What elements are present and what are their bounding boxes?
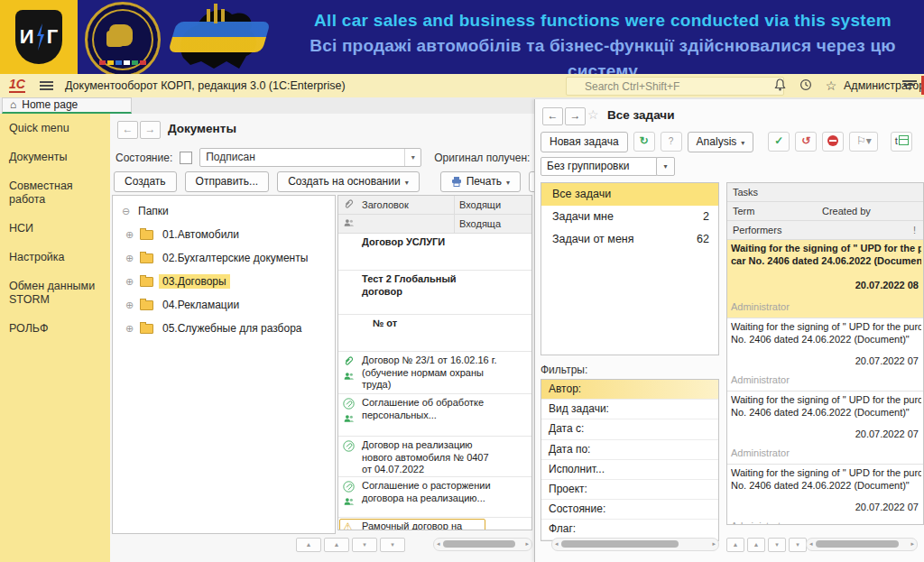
sidebar-item-rolf[interactable]: РОЛЬФ — [0, 314, 110, 343]
sidebar-item-documents[interactable]: Документы — [0, 143, 110, 171]
scroll-top-button[interactable]: ▲ — [726, 538, 744, 552]
list-header-row-1[interactable]: Заголовок Входящи — [338, 196, 531, 215]
scroll-right-icon[interactable]: ▸ — [910, 539, 914, 549]
scroll-left-icon[interactable]: ◂ — [555, 539, 559, 549]
tree-folder-contracts[interactable]: ⊕ 03.Договоры — [113, 270, 335, 293]
paperclip-badge-icon — [343, 398, 355, 410]
tab-home-page[interactable]: ⌂Home page — [2, 97, 132, 114]
filter-task-type[interactable]: Вид задачи: — [541, 400, 718, 419]
favorite-star-icon[interactable]: ☆ — [587, 107, 599, 122]
document-row[interactable]: Договор № 23/1 от 16.02.16 г. (обучение … — [338, 352, 531, 394]
document-row[interactable]: Договор на реализацию нового автомобиля … — [338, 437, 531, 477]
sidebar-item-quick-menu[interactable]: Quick menu — [0, 114, 110, 143]
document-row[interactable]: Договор УСЛУГИ — [338, 234, 531, 271]
scroll-down-button[interactable]: ▾ — [768, 538, 786, 552]
scroll-left-icon[interactable]: ◂ — [437, 539, 440, 549]
collapse-icon[interactable]: ⊖ — [122, 206, 134, 217]
shield-letter-left: И — [20, 25, 34, 49]
filter-author[interactable]: Автор: — [541, 380, 718, 400]
state-checkbox[interactable] — [180, 152, 192, 164]
search-input[interactable] — [566, 77, 784, 96]
document-row[interactable]: № от — [338, 315, 531, 352]
tree-folder-claims[interactable]: ⊕ 04.Рекламации — [113, 293, 335, 317]
scroll-bottom-button[interactable]: ▾ — [789, 538, 807, 552]
expand-icon[interactable]: ⊕ — [125, 276, 138, 288]
column-incoming-date[interactable]: Входяща — [454, 215, 501, 233]
flag-button[interactable]: ⚐▾ — [849, 132, 878, 152]
filters-hscrollbar[interactable]: ◂ ▸ — [551, 538, 719, 551]
create-button[interactable]: Создать — [114, 171, 177, 192]
new-task-button[interactable]: Новая задача — [541, 132, 628, 152]
tree-folder-accounting[interactable]: ⊕ 02.Бухгалтерские документы — [113, 246, 335, 270]
column-created-by[interactable]: Created by — [822, 202, 871, 220]
favorites-star-icon[interactable]: ☆ — [823, 78, 839, 93]
filter-performer[interactable]: Исполнит... — [541, 460, 718, 480]
forward-button[interactable]: → — [565, 107, 586, 125]
task-item[interactable]: Waiting for the signing of " UPD for the… — [727, 392, 923, 465]
sidebar-item-collaboration[interactable]: Совместная работа — [0, 171, 110, 214]
refresh-button[interactable]: ↻ — [633, 132, 655, 152]
state-dropdown-icon[interactable]: ▾ — [404, 149, 420, 166]
back-button[interactable]: ← — [117, 121, 138, 139]
document-row[interactable]: Соглашение об обработке персональных... — [338, 394, 531, 437]
group-tasks-from-me[interactable]: Задачи от меня 62 — [541, 228, 718, 251]
accept-button[interactable]: ✓ — [768, 132, 790, 152]
tree-folder-service[interactable]: ⊕ 05.Служебные для разбора — [113, 317, 335, 340]
column-title[interactable]: Заголовок — [362, 196, 409, 214]
filter-date-to[interactable]: Дата по: — [541, 440, 718, 460]
document-row[interactable]: Тест 2 Глобальный договор — [338, 271, 531, 315]
document-row-selected[interactable]: ⚠ Рамочный договор на реализацию нового … — [338, 518, 531, 530]
column-term[interactable]: Term — [733, 202, 754, 220]
task-item[interactable]: Waiting for the signing of " UPD for the… — [727, 318, 923, 392]
main-menu-icon[interactable] — [40, 81, 53, 91]
task-item[interactable]: Waiting for the signing of " UPD for the… — [727, 465, 923, 525]
analysis-button[interactable]: Analysis▾ — [688, 132, 754, 152]
send-button[interactable]: Отправить... — [185, 171, 270, 192]
list-settings-button[interactable]: t — [891, 132, 912, 152]
grouping-combobox[interactable]: Без группировки — [541, 157, 658, 176]
service-menu-icon[interactable] — [902, 80, 917, 92]
documents-hscrollbar[interactable]: ◂ ▸ — [433, 538, 532, 551]
sidebar-item-storm-exchange[interactable]: Обмен данными STORM — [0, 272, 110, 314]
back-button[interactable]: ← — [542, 107, 563, 125]
filter-date-from[interactable]: Дата с: — [541, 419, 718, 439]
tasks-hscrollbar[interactable]: ◂ ▸ — [806, 538, 918, 551]
tasks-grid-columns[interactable]: Term Created by — [727, 202, 923, 221]
scroll-up-button[interactable]: ▲ — [324, 538, 349, 552]
scroll-left-icon[interactable]: ◂ — [809, 539, 813, 549]
print-button[interactable]: Печать▾ — [440, 171, 521, 192]
scroll-down-button[interactable]: ▾ — [352, 538, 377, 552]
stop-button[interactable] — [822, 132, 844, 152]
tree-root-folders[interactable]: ⊖ Папки — [113, 199, 335, 223]
scroll-up-button[interactable]: ▲ — [747, 538, 765, 552]
tree-folder-cars[interactable]: ⊕ 01.Автомобили — [113, 223, 335, 246]
help-button[interactable]: ? — [661, 132, 682, 152]
expand-icon[interactable]: ⊕ — [125, 253, 138, 264]
tasks-grid-performers-row[interactable]: Performers ! — [727, 221, 923, 240]
scroll-bottom-button[interactable]: ▾ — [380, 538, 405, 552]
group-all-tasks[interactable]: Все задачи — [541, 183, 718, 206]
expand-icon[interactable]: ⊕ — [125, 323, 138, 335]
notifications-bell-icon[interactable] — [772, 78, 788, 93]
grouping-dropdown-button[interactable]: ▾ — [656, 157, 675, 176]
scroll-right-icon[interactable]: ▸ — [525, 539, 529, 549]
history-icon[interactable] — [798, 78, 814, 93]
group-tasks-to-me[interactable]: Задачи мне 2 — [541, 206, 718, 228]
document-row[interactable]: Соглашение о расторжении договора на реа… — [338, 477, 531, 518]
forward-button[interactable]: → — [140, 121, 161, 139]
column-performers[interactable]: Performers — [733, 221, 781, 239]
filter-project[interactable]: Проект: — [541, 480, 718, 500]
scroll-right-icon[interactable]: ▸ — [712, 539, 716, 549]
expand-icon[interactable]: ⊕ — [125, 299, 138, 311]
expand-icon[interactable]: ⊕ — [125, 229, 138, 241]
sidebar-item-nsi[interactable]: НСИ — [0, 214, 110, 243]
create-based-on-button[interactable]: Создать на основании▾ — [277, 171, 420, 192]
filter-state[interactable]: Состояние: — [541, 500, 718, 520]
sidebar-item-settings[interactable]: Настройка — [0, 243, 110, 272]
column-incoming-number[interactable]: Входящи — [454, 196, 501, 214]
scroll-top-button[interactable]: ▲ — [296, 538, 321, 552]
state-combobox[interactable]: Подписан ▾ — [199, 148, 421, 167]
list-header-row-2[interactable]: Входяща — [338, 215, 531, 234]
task-item-selected[interactable]: Waiting for the signing of " UPD for the… — [727, 240, 923, 318]
redirect-button[interactable]: ↺ — [795, 132, 817, 152]
